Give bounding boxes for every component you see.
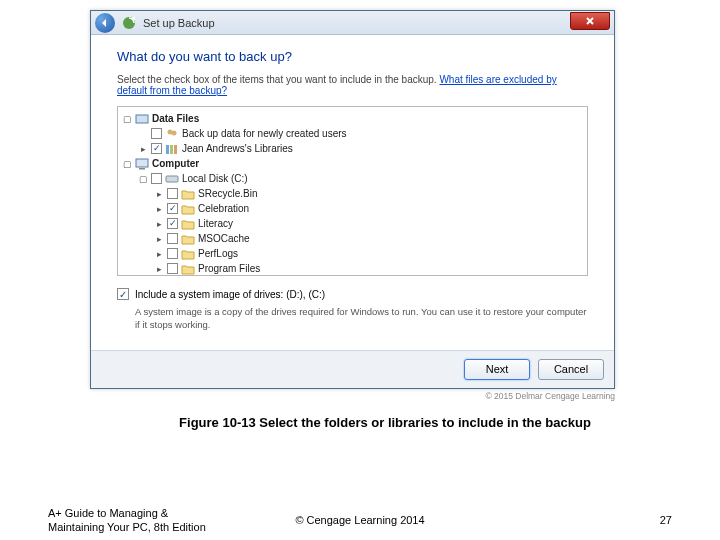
expand-icon[interactable]: ▸ (154, 233, 165, 244)
system-image-description: A system image is a copy of the drives r… (135, 306, 588, 332)
disk-icon (165, 173, 179, 185)
libraries-icon (165, 143, 179, 155)
backup-wizard-window: Set up Backup What do you want to back u… (90, 10, 615, 389)
checkbox[interactable] (167, 263, 178, 274)
tree-node-data-files[interactable]: ▢ Data Files (120, 111, 585, 126)
content-area: What do you want to back up? Select the … (91, 35, 614, 350)
close-button[interactable] (570, 12, 610, 30)
svg-point-5 (172, 130, 177, 135)
folder-icon (181, 218, 195, 230)
expand-icon[interactable]: ▸ (138, 143, 149, 154)
folder-icon (181, 248, 195, 260)
tree-label: Literacy (198, 218, 233, 229)
figure-caption: Figure 10-13 Select the folders or libra… (90, 415, 680, 430)
checkbox[interactable] (167, 218, 178, 229)
tree-label: SRecycle.Bin (198, 188, 257, 199)
expand-icon[interactable]: ▸ (154, 218, 165, 229)
tree-label: Computer (152, 158, 199, 169)
checkbox[interactable] (151, 173, 162, 184)
book-line2: Maintaining Your PC, 8th Edition (48, 520, 206, 534)
checkbox[interactable] (167, 188, 178, 199)
instruction-text: Select the check box of the items that y… (117, 74, 588, 96)
tree-label: Data Files (152, 113, 199, 124)
svg-rect-3 (136, 115, 148, 123)
collapse-icon[interactable]: ▢ (122, 113, 133, 124)
titlebar: Set up Backup (91, 11, 614, 35)
system-image-label: Include a system image of drives: (D:), … (135, 289, 325, 300)
checkbox[interactable] (167, 233, 178, 244)
page-heading: What do you want to back up? (117, 49, 588, 64)
tree-node-perflogs[interactable]: ▸ PerfLogs (120, 246, 585, 261)
tree-node-program-files[interactable]: ▸ Program Files (120, 261, 585, 276)
tree-node-recycle[interactable]: ▸ SRecycle.Bin (120, 186, 585, 201)
svg-rect-6 (166, 145, 169, 154)
checkbox[interactable] (151, 143, 162, 154)
tree-node-msocache[interactable]: ▸ MSOCache (120, 231, 585, 246)
folder-icon (181, 188, 195, 200)
page-number: 27 (660, 514, 672, 526)
checkbox[interactable] (151, 128, 162, 139)
next-button[interactable]: Next (464, 359, 530, 380)
svg-rect-7 (170, 145, 173, 154)
tree-label: Celebration (198, 203, 249, 214)
tree-node-user-libraries[interactable]: ▸ Jean Andrews's Libraries (120, 141, 585, 156)
expand-icon[interactable]: ▸ (154, 263, 165, 274)
svg-rect-8 (174, 145, 177, 154)
app-icon (121, 15, 137, 31)
tree-node-literacy[interactable]: ▸ Literacy (120, 216, 585, 231)
tree-label: PerfLogs (198, 248, 238, 259)
tree-node-local-disk-c[interactable]: ▢ Local Disk (C:) (120, 171, 585, 186)
checkbox[interactable] (167, 248, 178, 259)
svg-rect-10 (139, 168, 145, 170)
spacer (138, 128, 149, 139)
dialog-footer: Next Cancel (91, 350, 614, 388)
book-title: A+ Guide to Managing & Maintaining Your … (48, 506, 206, 535)
back-button[interactable] (95, 13, 115, 33)
folder-icon (181, 203, 195, 215)
instruction-static: Select the check box of the items that y… (117, 74, 439, 85)
image-credit: © 2015 Delmar Cengage Learning (90, 391, 615, 401)
window-title: Set up Backup (143, 17, 215, 29)
svg-rect-11 (166, 176, 178, 182)
tree-label: Program Files (198, 263, 260, 274)
expand-icon[interactable]: ▸ (154, 188, 165, 199)
tree-node-computer[interactable]: ▢ Computer (120, 156, 585, 171)
collapse-icon[interactable]: ▢ (138, 173, 149, 184)
tree-label: Local Disk (C:) (182, 173, 248, 184)
book-line1: A+ Guide to Managing & (48, 506, 206, 520)
expand-icon[interactable]: ▸ (154, 248, 165, 259)
folder-icon (181, 263, 195, 275)
users-icon (165, 128, 179, 140)
system-image-checkbox[interactable] (117, 288, 129, 300)
tree-label: Back up data for newly created users (182, 128, 347, 139)
svg-point-0 (123, 17, 135, 29)
collapse-icon[interactable]: ▢ (122, 158, 133, 169)
data-files-icon (135, 113, 149, 125)
computer-icon (135, 158, 149, 170)
tree-label: Jean Andrews's Libraries (182, 143, 293, 154)
expand-icon[interactable]: ▸ (154, 203, 165, 214)
tree-node-new-users[interactable]: Back up data for newly created users (120, 126, 585, 141)
tree-node-celebration[interactable]: ▸ Celebration (120, 201, 585, 216)
svg-rect-9 (136, 159, 148, 167)
system-image-row: Include a system image of drives: (D:), … (117, 288, 588, 300)
folder-tree[interactable]: ▢ Data Files Back up data for newly crea… (117, 106, 588, 276)
tree-label: MSOCache (198, 233, 250, 244)
folder-icon (181, 233, 195, 245)
page-footer: A+ Guide to Managing & Maintaining Your … (0, 514, 720, 526)
cancel-button[interactable]: Cancel (538, 359, 604, 380)
checkbox[interactable] (167, 203, 178, 214)
